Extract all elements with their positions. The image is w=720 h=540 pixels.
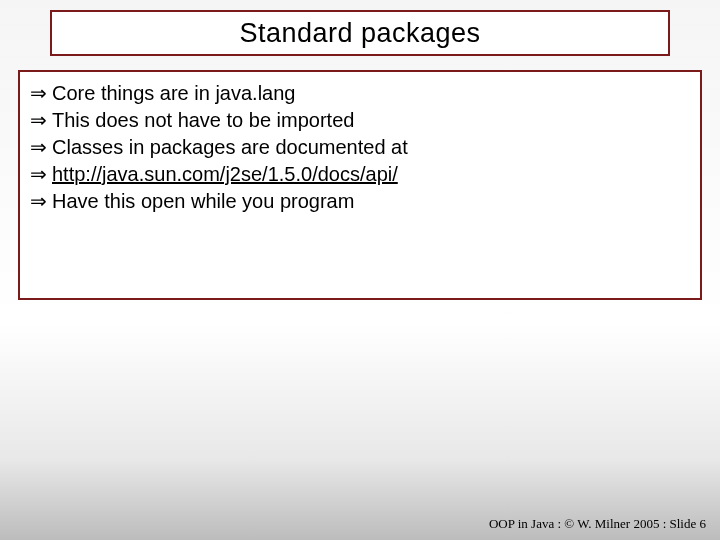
bullet-item: ⇒ Classes in packages are documented at: [30, 134, 690, 161]
bullet-arrow-icon: ⇒: [30, 134, 52, 161]
bullet-text: Core things are in java.lang: [52, 80, 295, 107]
bullet-item: ⇒ Core things are in java.lang: [30, 80, 690, 107]
bullet-arrow-icon: ⇒: [30, 161, 52, 188]
content-box: ⇒ Core things are in java.lang ⇒ This do…: [18, 70, 702, 300]
bullet-item: ⇒ http://java.sun.com/j2se/1.5.0/docs/ap…: [30, 161, 690, 188]
bullet-text: Have this open while you program: [52, 188, 354, 215]
slide-title: Standard packages: [239, 18, 480, 49]
bullet-arrow-icon: ⇒: [30, 188, 52, 215]
bullet-item: ⇒ Have this open while you program: [30, 188, 690, 215]
bullet-arrow-icon: ⇒: [30, 80, 52, 107]
bullet-text: Classes in packages are documented at: [52, 134, 408, 161]
title-box: Standard packages: [50, 10, 670, 56]
bullet-text: This does not have to be imported: [52, 107, 354, 134]
bullet-arrow-icon: ⇒: [30, 107, 52, 134]
bullet-item: ⇒ This does not have to be imported: [30, 107, 690, 134]
slide-footer: OOP in Java : © W. Milner 2005 : Slide 6: [489, 516, 706, 532]
api-docs-link[interactable]: http://java.sun.com/j2se/1.5.0/docs/api/: [52, 161, 398, 188]
